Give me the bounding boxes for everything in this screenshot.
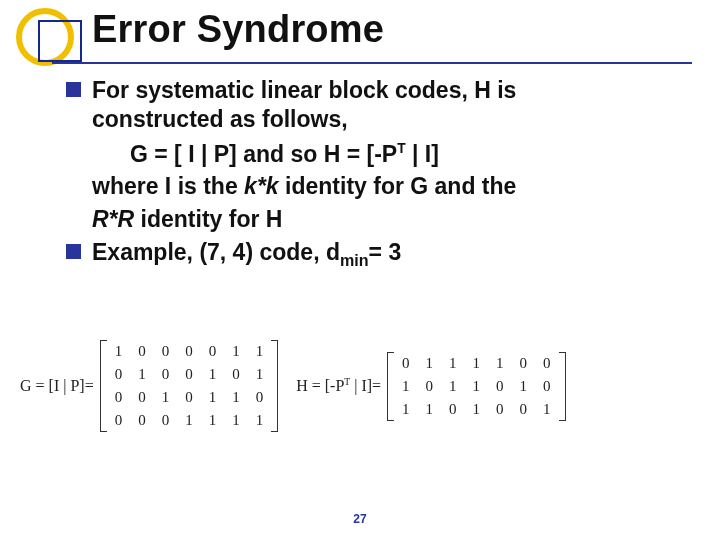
logo-icon — [12, 6, 82, 66]
rr: R*R — [92, 206, 134, 232]
matrix-cell: 1 — [248, 340, 272, 363]
g-matrix-table: 1000011010010100101100001111 — [107, 340, 272, 432]
matrix-cell: 0 — [107, 409, 131, 432]
matrix-cell: 0 — [107, 363, 131, 386]
matrix-cell: 1 — [465, 375, 489, 398]
matrix-cell: 1 — [201, 386, 225, 409]
matrix-cell: 0 — [107, 386, 131, 409]
matrix-cell: 1 — [177, 409, 201, 432]
h-matrix-table: 011110010110101101001 — [394, 352, 559, 421]
matrix-cell: 0 — [130, 409, 154, 432]
matrix-cell: 1 — [224, 409, 248, 432]
bullet-2: Example, (7, 4) code, dmin= 3 — [66, 238, 680, 270]
matrix-cell: 0 — [130, 386, 154, 409]
g-bracket: [I | P] — [49, 377, 85, 394]
matrix-cell: 1 — [465, 398, 489, 421]
h-label-pre: H = — [296, 378, 325, 395]
matrix-cell: 0 — [154, 340, 178, 363]
kk: k*k — [244, 173, 279, 199]
matrix-cell: 1 — [418, 352, 442, 375]
matrix-cell: 1 — [512, 375, 536, 398]
matrix-cell: 0 — [177, 340, 201, 363]
h-matrix: 011110010110101101001 — [387, 352, 566, 421]
matrix-cell: 0 — [394, 352, 418, 375]
g-label-pre: G = — [20, 377, 49, 394]
matrix-cell: 1 — [441, 352, 465, 375]
equation-line: G = [ I | P] and so H = [-PT | I] — [66, 140, 680, 169]
matrix-cell: 0 — [177, 363, 201, 386]
eq-pre: G = [ I | P] and so H = [-P — [130, 141, 397, 167]
matrix-cell: 1 — [201, 409, 225, 432]
matrix-cell: 0 — [418, 375, 442, 398]
h-bracket-open: [-P — [325, 378, 345, 395]
slide: Error Syndrome For systematic linear blo… — [0, 0, 720, 540]
h-eq: = — [372, 378, 381, 395]
matrix-cell: 0 — [441, 398, 465, 421]
matrix-cell: 0 — [154, 363, 178, 386]
matrix-cell: 0 — [224, 363, 248, 386]
matrix-cell: 0 — [154, 409, 178, 432]
page-number: 27 — [0, 512, 720, 526]
matrix-cell: 0 — [201, 340, 225, 363]
matrix-cell: 0 — [535, 375, 559, 398]
where-line-1: where I is the k*k identity for G and th… — [66, 172, 680, 201]
matrix-g-group: G = [I | P]= 100001101001010010110000111… — [20, 340, 278, 432]
eq-post: | I] — [406, 141, 439, 167]
g-label: G = [I | P]= — [20, 377, 94, 395]
where-end: identity for H — [134, 206, 282, 232]
matrix-cell: 1 — [154, 386, 178, 409]
g-eq: = — [85, 377, 94, 394]
matrix-cell: 1 — [248, 409, 272, 432]
matrix-cell: 1 — [488, 352, 512, 375]
g-matrix: 1000011010010100101100001111 — [100, 340, 279, 432]
matrix-cell: 1 — [394, 375, 418, 398]
bullet-1: For systematic linear block codes, H is … — [66, 76, 680, 134]
bullet-1-line-2: constructed as follows, — [92, 106, 348, 132]
h-label: H = [-PT | I]= — [296, 376, 381, 395]
b2-post: = 3 — [369, 239, 402, 265]
slide-title: Error Syndrome — [92, 8, 384, 51]
matrix-cell: 0 — [248, 386, 272, 409]
title-underline — [52, 62, 692, 64]
matrix-cell: 1 — [418, 398, 442, 421]
matrix-cell: 0 — [130, 340, 154, 363]
matrix-cell: 0 — [488, 398, 512, 421]
matrix-cell: 0 — [488, 375, 512, 398]
where-mid: identity for G and the — [279, 173, 517, 199]
matrix-cell: 1 — [394, 398, 418, 421]
matrices-row: G = [I | P]= 100001101001010010110000111… — [20, 340, 700, 432]
b2-pre: Example, (7, 4) code, d — [92, 239, 340, 265]
where-line-2: R*R identity for H — [66, 205, 680, 234]
body-text: For systematic linear block codes, H is … — [66, 76, 680, 275]
matrix-h-group: H = [-PT | I]= 011110010110101101001 — [296, 352, 565, 421]
matrix-cell: 1 — [441, 375, 465, 398]
matrix-cell: 1 — [130, 363, 154, 386]
matrix-cell: 0 — [512, 352, 536, 375]
matrix-cell: 0 — [535, 352, 559, 375]
matrix-cell: 1 — [201, 363, 225, 386]
eq-sup: T — [397, 141, 405, 156]
b2-sub: min — [340, 250, 369, 268]
matrix-cell: 1 — [465, 352, 489, 375]
bullet-1-line-1: For systematic linear block codes, H is — [92, 77, 516, 103]
matrix-cell: 0 — [177, 386, 201, 409]
matrix-cell: 1 — [224, 386, 248, 409]
h-bracket-close: | I] — [350, 378, 372, 395]
matrix-cell: 0 — [512, 398, 536, 421]
matrix-cell: 1 — [224, 340, 248, 363]
matrix-cell: 1 — [248, 363, 272, 386]
where-pre: where I is the — [92, 173, 244, 199]
matrix-cell: 1 — [107, 340, 131, 363]
matrix-cell: 1 — [535, 398, 559, 421]
